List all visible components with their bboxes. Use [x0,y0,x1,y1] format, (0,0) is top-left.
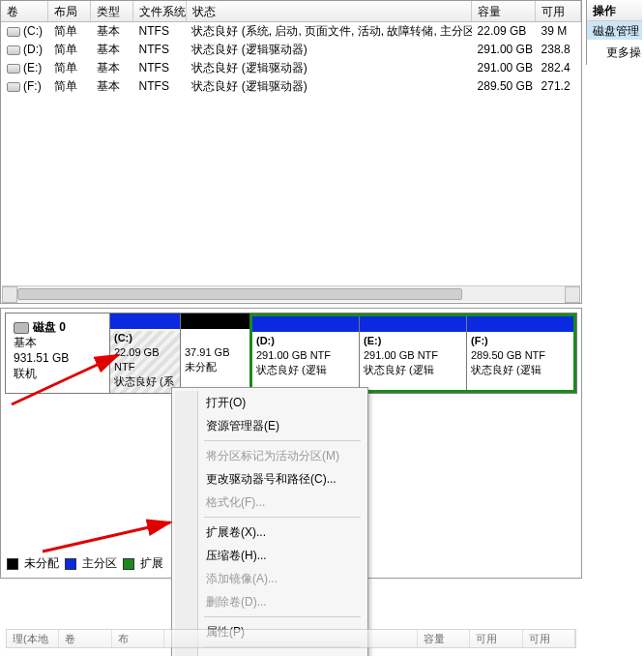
col-header-status[interactable]: 状态 [187,1,472,21]
ctx-separator [204,616,361,617]
partition-header-bar [181,313,249,329]
legend-label-unalloc: 未分配 [24,555,59,572]
ctx-extend[interactable]: 扩展卷(X)... [175,521,365,544]
partition-header-bar [252,316,359,332]
partition-header-bar [360,316,466,332]
volume-avail: 39 M [536,22,581,41]
volume-icon [7,27,20,37]
legend-swatch-unalloc [7,558,18,570]
volume-row[interactable]: (E:) 简单 基本 NTFS 状态良好 (逻辑驱动器) 291.00 GB 2… [1,59,581,77]
partition-label: (F:) [471,335,488,346]
volume-row[interactable]: (F:) 简单 基本 NTFS 状态良好 (逻辑驱动器) 289.50 GB 2… [1,77,581,96]
partition-strip: (C:) 22.09 GB NTF 状态良好 (系 37.91 GB 未分配 (… [110,313,576,393]
partition-c[interactable]: (C:) 22.09 GB NTF 状态良好 (系 [110,313,180,393]
volume-capacity: 22.09 GB [472,22,536,41]
partition-status: 状态良好 (逻辑 [256,364,327,375]
col-header-fs[interactable]: 文件系统 [133,1,187,21]
partition-header-bar [110,313,180,329]
disk-size: 931.51 GB [14,350,102,366]
legend-label-primary: 主分区 [82,555,117,572]
volume-icon [7,45,20,55]
actions-header: 操作 [587,0,642,21]
volume-row[interactable]: (C:) 简单 基本 NTFS 状态良好 (系统, 启动, 页面文件, 活动, … [1,22,581,41]
partition-size: 291.00 GB NTF [256,349,331,361]
partition-header-bar [467,316,573,332]
col-header-layout[interactable]: 布局 [48,1,91,21]
volume-drive: (C:) [23,24,43,38]
partition-status: 状态良好 (逻辑 [471,364,542,375]
ctx-delete: 删除卷(D)... [175,590,365,613]
ctx-shrink[interactable]: 压缩卷(H)... [175,544,365,567]
partition-status: 未分配 [185,361,217,373]
volume-drive: (D:) [23,43,43,56]
partition-size: 22.09 GB NTF [114,346,159,373]
partition-label: (D:) [256,335,275,346]
volume-drive: (E:) [23,61,42,75]
volume-drive: (F:) [23,79,42,93]
ctx-mirror: 添加镜像(A)... [175,567,365,590]
partition-size: 289.50 GB NTF [471,349,545,361]
partition-status: 状态良好 (系 [114,375,174,387]
partition-unallocated[interactable]: 37.91 GB 未分配 [180,313,249,393]
disk-icon [14,322,29,334]
partition-e[interactable]: (E:) 291.00 GB NTF 状态良好 (逻辑 [359,316,466,390]
volume-status: 状态良好 (系统, 启动, 页面文件, 活动, 故障转储, 主分区) [186,22,471,41]
volume-type: 基本 [91,22,133,41]
legend-swatch-extended [123,558,134,570]
ctx-change-letter[interactable]: 更改驱动器号和路径(C)... [175,467,365,491]
partition-size: 291.00 GB NTF [364,349,438,361]
scroll-left-arrow-icon[interactable] [2,286,17,303]
partition-d[interactable]: (D:) 291.00 GB NTF 状态良好 (逻辑 [252,316,359,390]
context-menu: 打开(O) 资源管理器(E) 将分区标记为活动分区(M) 更改驱动器号和路径(C… [171,387,368,656]
actions-pane: 操作 磁盘管理 更多操 [586,0,642,65]
ctx-help[interactable]: 帮助(H) [175,650,365,656]
ctx-open[interactable]: 打开(O) [175,391,365,414]
volume-icon [7,64,20,74]
ctx-mark-active: 将分区标记为活动分区(M) [175,444,365,467]
ctx-format: 格式化(F)... [175,491,365,514]
legend: 未分配 主分区 扩展 [7,555,163,572]
ctx-separator [204,517,361,518]
disk-row: 磁盘 0 基本 931.51 GB 联机 (C:) 22.09 GB NTF 状… [5,313,577,394]
scroll-right-arrow-icon[interactable] [565,286,580,303]
disk-kind: 基本 [14,335,102,350]
col-header-type[interactable]: 类型 [91,1,133,21]
volume-list-panel: 卷 布局 类型 文件系统 状态 容量 可用 (C:) 简单 基本 NTFS 状态… [0,0,582,304]
scroll-thumb[interactable] [17,288,462,300]
partition-label: (C:) [114,332,132,343]
partition-label: (E:) [364,335,381,346]
volume-icon [7,82,20,92]
legend-label-extended: 扩展 [140,555,163,572]
disk-state: 联机 [14,366,102,381]
ctx-explorer[interactable]: 资源管理器(E) [175,414,365,437]
col-header-avail[interactable]: 可用 [536,1,581,21]
legend-swatch-primary [65,558,76,570]
actions-item-diskmgmt[interactable]: 磁盘管理 [587,21,642,41]
background-window-strip: 理(本地 卷 布 容量 可用 可用 [6,629,576,648]
partition-f[interactable]: (F:) 289.50 GB NTF 状态良好 (逻辑 [466,316,573,390]
col-header-capacity[interactable]: 容量 [472,1,536,21]
volume-layout: 简单 [48,22,91,41]
volume-row[interactable]: (D:) 简单 基本 NTFS 状态良好 (逻辑驱动器) 291.00 GB 2… [1,41,581,59]
actions-item-more[interactable]: 更多操 [587,41,642,65]
extended-partition-wrap: (D:) 291.00 GB NTF 状态良好 (逻辑 (E:) 291.00 … [249,313,576,393]
volume-list-header: 卷 布局 类型 文件系统 状态 容量 可用 [1,1,581,22]
volume-list-hscrollbar[interactable] [2,285,580,302]
volume-fs: NTFS [133,22,187,41]
disk-info[interactable]: 磁盘 0 基本 931.51 GB 联机 [6,313,110,393]
col-header-volume[interactable]: 卷 [1,1,48,21]
partition-size: 37.91 GB [185,346,229,358]
ctx-separator [204,440,361,441]
partition-status: 状态良好 (逻辑 [364,364,434,375]
disk-name: 磁盘 0 [33,320,66,334]
